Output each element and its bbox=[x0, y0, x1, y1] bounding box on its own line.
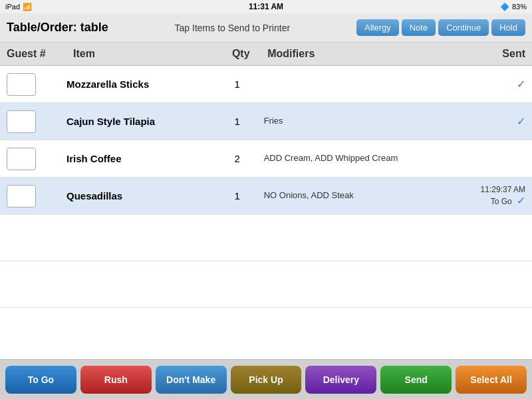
sent-checkmark-2: ✓ bbox=[517, 116, 525, 127]
rush-button[interactable]: Rush bbox=[80, 366, 152, 394]
bluetooth-icon: 🔷 bbox=[500, 3, 509, 11]
header-subtitle: Tap Items to Send to Printer bbox=[108, 23, 356, 33]
guest-cell-1 bbox=[7, 73, 66, 96]
sent-time-4: 11:29:37 AM bbox=[452, 185, 525, 194]
status-time: 11:31 AM bbox=[249, 2, 283, 11]
col-header-modifiers: Modifiers bbox=[261, 48, 452, 60]
togo-label-4: To Go ✓ bbox=[491, 197, 525, 206]
device-label: iPad bbox=[5, 3, 20, 11]
guest-cell-3 bbox=[7, 148, 66, 170]
item-qty-2: 1 bbox=[217, 116, 257, 127]
item-modifiers-4: NO Onions, ADD Steak bbox=[257, 190, 452, 201]
header-buttons: Allergy Note Continue Hold bbox=[356, 19, 525, 36]
togo-button[interactable]: To Go bbox=[5, 366, 76, 394]
item-qty-3: 2 bbox=[217, 153, 257, 164]
status-left: iPad 📶 bbox=[5, 3, 32, 11]
order-items-list: Mozzarella Sticks 1 ✓ Cajun Style Tilapi… bbox=[0, 66, 532, 359]
note-button[interactable]: Note bbox=[402, 19, 436, 36]
send-button[interactable]: Send bbox=[380, 366, 452, 394]
guest-box-2 bbox=[7, 110, 36, 133]
pickup-button[interactable]: Pick Up bbox=[231, 366, 302, 394]
continue-button[interactable]: Continue bbox=[438, 19, 489, 36]
item-sent-1: ✓ bbox=[452, 78, 525, 90]
item-sent-2: ✓ bbox=[452, 115, 525, 128]
hold-button[interactable]: Hold bbox=[491, 19, 525, 36]
empty-row-1 bbox=[0, 215, 532, 261]
col-header-guest: Guest # bbox=[7, 48, 66, 60]
item-name-3: Irish Coffee bbox=[66, 153, 217, 164]
item-sent-4: 11:29:37 AM To Go ✓ bbox=[452, 185, 525, 207]
selectall-button[interactable]: Select All bbox=[456, 366, 527, 394]
item-name-2: Cajun Style Tilapia bbox=[66, 116, 217, 127]
wifi-icon: 📶 bbox=[23, 3, 32, 11]
guest-box-3 bbox=[7, 148, 36, 170]
guest-cell-4 bbox=[7, 185, 66, 207]
table-row[interactable]: Cajun Style Tilapia 1 Fries ✓ bbox=[0, 103, 532, 140]
table-row[interactable]: Quesadillas 1 NO Onions, ADD Steak 11:29… bbox=[0, 178, 532, 215]
item-qty-4: 1 bbox=[217, 190, 257, 201]
item-modifiers-2: Fries bbox=[257, 115, 452, 127]
table-column-headers: Guest # Item Qty Modifiers Sent bbox=[0, 43, 532, 66]
table-row[interactable]: Mozzarella Sticks 1 ✓ bbox=[0, 66, 532, 103]
item-qty-1: 1 bbox=[217, 78, 257, 90]
col-header-sent: Sent bbox=[452, 48, 525, 60]
battery-label: 83% bbox=[512, 3, 527, 11]
item-name-4: Quesadillas bbox=[66, 190, 217, 201]
item-name-1: Mozzarella Sticks bbox=[66, 78, 217, 90]
bottom-toolbar: To Go Rush Don't Make Pick Up Delivery S… bbox=[0, 359, 532, 399]
allergy-button[interactable]: Allergy bbox=[356, 19, 399, 36]
col-header-item: Item bbox=[66, 48, 221, 60]
guest-box-1 bbox=[7, 73, 36, 96]
col-header-qty: Qty bbox=[221, 48, 261, 60]
item-modifiers-3: ADD Cream, ADD Whipped Cream bbox=[257, 152, 452, 164]
sent-checkmark-4: ✓ bbox=[517, 195, 525, 206]
guest-cell-2 bbox=[7, 110, 66, 133]
table-title: Table/Order: table bbox=[7, 21, 108, 35]
empty-row-2 bbox=[0, 261, 532, 308]
guest-box-4 bbox=[7, 185, 36, 207]
app-header: Table/Order: table Tap Items to Send to … bbox=[0, 13, 532, 43]
delivery-button[interactable]: Delivery bbox=[305, 366, 376, 394]
dontmake-button[interactable]: Don't Make bbox=[156, 366, 227, 394]
status-bar: iPad 📶 11:31 AM 🔷 83% bbox=[0, 0, 532, 13]
sent-checkmark-1: ✓ bbox=[517, 78, 525, 90]
status-right: 🔷 83% bbox=[500, 3, 527, 11]
table-row[interactable]: Irish Coffee 2 ADD Cream, ADD Whipped Cr… bbox=[0, 140, 532, 178]
